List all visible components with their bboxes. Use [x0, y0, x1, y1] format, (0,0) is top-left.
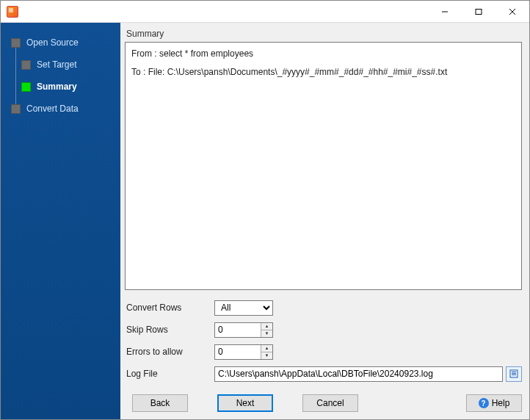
options-form: Convert Rows All Skip Rows ▲ ▼ [125, 290, 522, 385]
summary-from-line: From : select * from employees [131, 47, 515, 61]
errors-allow-input[interactable] [215, 345, 261, 359]
minimize-button[interactable] [428, 1, 462, 23]
wizard-button-bar: Back Next Cancel ? Help [125, 385, 522, 412]
cancel-button[interactable]: Cancel [302, 394, 358, 412]
svg-rect-7 [512, 374, 516, 375]
app-icon [7, 6, 18, 18]
next-button[interactable]: Next [217, 394, 273, 412]
spin-down-icon[interactable]: ▼ [261, 352, 272, 359]
step-set-target[interactable]: Set Target [1, 54, 120, 76]
step-summary[interactable]: Summary [1, 76, 120, 98]
cancel-button-label: Cancel [316, 398, 344, 408]
step-box-icon [11, 104, 21, 114]
help-button[interactable]: ? Help [466, 394, 522, 412]
skip-rows-label: Skip Rows [125, 325, 214, 335]
back-button-label: Back [150, 398, 170, 408]
panel-title: Summary [125, 27, 522, 42]
errors-allow-label: Errors to allow [125, 347, 214, 357]
spin-down-icon[interactable]: ▼ [261, 330, 272, 337]
svg-rect-5 [512, 372, 516, 372]
step-label: Set Target [37, 59, 76, 70]
title-bar [1, 1, 529, 23]
errors-allow-spinner[interactable]: ▲ ▼ [214, 344, 273, 360]
convert-rows-select[interactable]: All [214, 300, 273, 316]
summary-to-line: To : File: C:\Users\pansh\Documents\_#yy… [131, 65, 515, 79]
spin-up-icon[interactable]: ▲ [261, 323, 272, 330]
step-box-icon [21, 82, 31, 92]
wizard-sidebar: Open Source Set Target Summary Convert D… [1, 23, 120, 419]
browse-icon [509, 369, 518, 378]
spin-up-icon[interactable]: ▲ [261, 345, 272, 352]
step-label: Convert Data [26, 104, 79, 114]
skip-rows-spinner[interactable]: ▲ ▼ [214, 322, 273, 338]
maximize-button[interactable] [462, 1, 495, 23]
step-label: Summary [37, 82, 77, 92]
main-panel: Summary From : select * from employees T… [120, 23, 529, 419]
skip-rows-input[interactable] [215, 323, 261, 337]
close-button[interactable] [495, 1, 529, 23]
help-icon: ? [479, 398, 489, 408]
svg-rect-6 [512, 373, 516, 374]
svg-rect-1 [476, 9, 482, 14]
step-open-source[interactable]: Open Source [1, 32, 120, 54]
step-label: Open Source [26, 37, 79, 48]
log-file-input[interactable] [214, 366, 503, 382]
step-convert-data[interactable]: Convert Data [1, 98, 120, 120]
browse-log-button[interactable] [506, 366, 522, 382]
convert-rows-label: Convert Rows [125, 303, 214, 313]
summary-text-area[interactable]: From : select * from employees To : File… [125, 42, 522, 290]
log-file-label: Log File [125, 369, 214, 379]
step-box-icon [21, 60, 31, 70]
back-button[interactable]: Back [132, 394, 188, 412]
step-box-icon [11, 38, 21, 48]
help-button-label: Help [492, 398, 510, 408]
next-button-label: Next [236, 398, 255, 408]
